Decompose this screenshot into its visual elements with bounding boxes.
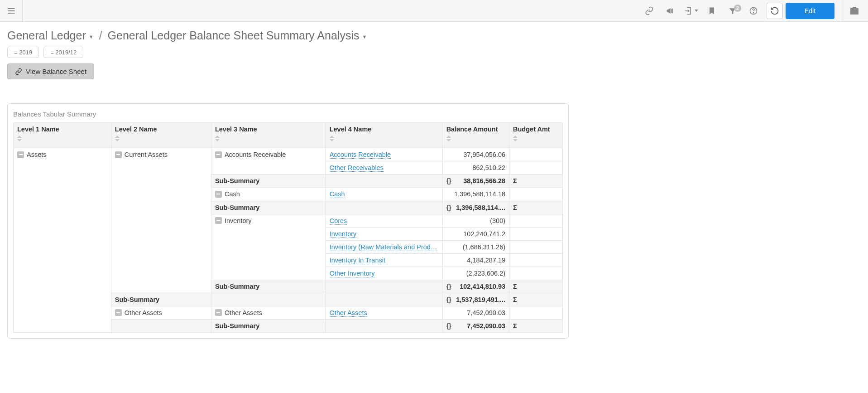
col-level2[interactable]: Level 2 Name xyxy=(111,123,211,148)
col-level3[interactable]: Level 3 Name xyxy=(211,123,326,148)
filter-bar: = 2019 = 2019/12 xyxy=(0,47,868,63)
drill-link[interactable]: Inventory xyxy=(330,230,357,238)
collapse-icon[interactable] xyxy=(115,151,122,158)
table-row: Assets Current Assets Accounts Receivabl… xyxy=(14,148,563,161)
col-budget[interactable]: Budget Amt xyxy=(509,123,563,148)
filter-button[interactable]: 2 xyxy=(722,2,743,20)
edit-button[interactable]: Edit xyxy=(786,3,834,19)
svg-point-4 xyxy=(753,12,753,13)
filter-count-badge: 2 xyxy=(734,5,741,12)
link-icon[interactable] xyxy=(639,2,660,20)
collapse-icon[interactable] xyxy=(215,191,222,198)
drill-link[interactable]: Other Receivables xyxy=(330,164,384,172)
breadcrumb-page-label: General Ledger Balance Sheet Summary Ana… xyxy=(108,29,360,42)
breadcrumb-root[interactable]: General Ledger ▼ xyxy=(7,29,94,42)
filter-year[interactable]: = 2019 xyxy=(7,47,39,58)
view-balance-sheet-label: View Balance Sheet xyxy=(26,68,86,75)
hamburger-menu-button[interactable] xyxy=(0,0,23,21)
caret-down-icon: ▼ xyxy=(89,34,94,39)
bookmark-icon[interactable] xyxy=(701,2,722,20)
col-level1[interactable]: Level 1 Name xyxy=(14,123,111,148)
caret-down-icon: ▼ xyxy=(362,34,367,39)
collapse-icon[interactable] xyxy=(215,217,222,224)
drill-link[interactable]: Cash xyxy=(330,190,345,198)
card-title: Balances Tabular Summary xyxy=(13,110,563,118)
filter-period[interactable]: = 2019/12 xyxy=(43,47,83,58)
briefcase-icon[interactable] xyxy=(843,0,865,22)
breadcrumb-root-label: General Ledger xyxy=(7,29,86,42)
drill-link[interactable]: Inventory In Transit xyxy=(330,257,385,264)
export-dropdown-button[interactable] xyxy=(681,2,701,20)
help-icon[interactable] xyxy=(743,2,764,20)
collapse-icon[interactable] xyxy=(215,151,222,158)
collapse-icon[interactable] xyxy=(215,309,222,316)
balances-card: Balances Tabular Summary Level 1 Name Le… xyxy=(7,103,569,339)
col-level4[interactable]: Level 4 Name xyxy=(326,123,442,148)
collapse-icon[interactable] xyxy=(17,151,24,158)
top-toolbar: 2 Edit xyxy=(0,0,868,22)
view-balance-sheet-button[interactable]: View Balance Sheet xyxy=(7,63,94,79)
breadcrumb: General Ledger ▼ / General Ledger Balanc… xyxy=(0,22,868,47)
drill-link[interactable]: Accounts Receivable xyxy=(330,151,391,159)
collapse-icon[interactable] xyxy=(115,309,122,316)
drill-link[interactable]: Inventory (Raw Materials and Prod… xyxy=(330,243,437,251)
balances-table: Level 1 Name Level 2 Name Level 3 Name L… xyxy=(13,122,563,333)
announce-icon[interactable] xyxy=(660,2,681,20)
refresh-button[interactable] xyxy=(767,3,783,19)
col-balance[interactable]: Balance Amount xyxy=(442,123,509,148)
drill-link[interactable]: Cores xyxy=(330,217,347,225)
breadcrumb-page[interactable]: General Ledger Balance Sheet Summary Ana… xyxy=(108,29,367,42)
drill-link[interactable]: Other Inventory xyxy=(330,270,375,277)
drill-link[interactable]: Other Assets xyxy=(330,309,367,317)
breadcrumb-separator: / xyxy=(99,29,102,42)
